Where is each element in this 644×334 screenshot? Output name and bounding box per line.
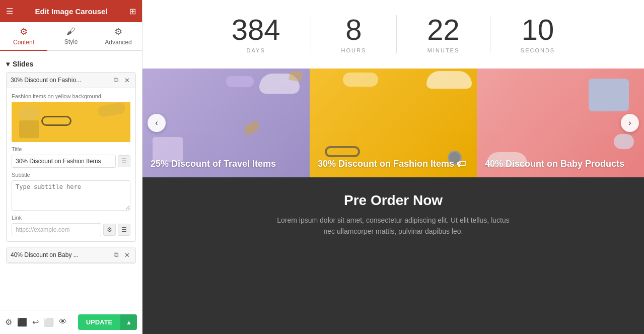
grid-icon[interactable]: ⊞ [129, 7, 136, 16]
countdown-minutes-label: MINUTES [427, 47, 460, 53]
countdown-section: 384 DAYS 8 HOURS 22 MINUTES 10 SECONDS [142, 0, 644, 69]
update-arrow-button[interactable]: ▲ [120, 314, 137, 330]
style-tab-label: Style [64, 38, 78, 45]
copy-icon[interactable]: ⬜ [44, 317, 54, 327]
panel-title: Edit Image Carousel [35, 7, 107, 16]
countdown-hours-value: 8 [345, 15, 362, 44]
slide-1-leaf [243, 120, 261, 135]
duplicate-slide-1-button[interactable]: ⧉ [112, 76, 120, 85]
carousel-section: ‹ 25% Discount of Travel Items 30% Disco… [142, 69, 644, 177]
update-button[interactable]: UPDATE [78, 314, 120, 330]
content-tab-icon: ⚙ [20, 26, 28, 37]
image-preview[interactable] [12, 102, 130, 142]
settings-icon[interactable]: ⚙ [5, 317, 12, 327]
countdown-days-label: DAYS [247, 47, 265, 53]
slide-card-1-actions: ⧉ ✕ [112, 76, 131, 85]
slide-1-shoe2 [226, 76, 254, 87]
layers-icon[interactable]: ⬛ [17, 317, 27, 327]
carousel-slide-2: 30% Discount on Fashion Items 🏷 [310, 69, 477, 177]
slides-label: Slides [13, 60, 33, 68]
countdown-seconds-label: SECONDS [521, 47, 555, 53]
panel-header: ☰ Edit Image Carousel ⊞ [0, 0, 142, 22]
countdown-hours: 8 HOURS [311, 15, 397, 53]
title-options-button[interactable]: ☰ [118, 155, 130, 167]
content-tab-label: Content [13, 39, 34, 46]
title-field-label: Title [12, 146, 130, 152]
slide-card-1: 30% Discount on Fashio... ⧉ ✕ Fashion it… [6, 72, 136, 242]
art-glasses [41, 116, 71, 126]
title-input-row: ☰ [12, 155, 130, 168]
update-btn-group: UPDATE ▲ [78, 314, 137, 330]
duplicate-slide-2-button[interactable]: ⧉ [112, 250, 120, 259]
title-input[interactable] [12, 155, 116, 168]
eye-icon[interactable]: 👁 [59, 317, 67, 327]
carousel-prev-button[interactable]: ‹ [148, 114, 166, 132]
slide-card-2-actions: ⧉ ✕ [112, 250, 131, 259]
slide-card-1-title: 30% Discount on Fashio... [11, 77, 112, 84]
carousel-next-button[interactable]: › [621, 114, 639, 132]
subtitle-label: Subtitle [12, 172, 130, 178]
right-content: 384 DAYS 8 HOURS 22 MINUTES 10 SECONDS ‹ [142, 0, 644, 334]
left-panel: ☰ Edit Image Carousel ⊞ ⚙ Content 🖌 Styl… [0, 0, 142, 334]
slide-2-glasses [325, 146, 360, 157]
slide-card-1-header: 30% Discount on Fashio... ⧉ ✕ [7, 73, 135, 88]
preorder-section: Pre Order Now Lorem ipsum dolor sit amet… [142, 177, 644, 334]
hamburger-icon[interactable]: ☰ [6, 7, 13, 16]
style-tab-icon: 🖌 [66, 26, 76, 37]
panel-bottom-bar: ⚙ ⬛ ↩ ⬜ 👁 UPDATE ▲ [0, 310, 142, 334]
slide-2-title: 30% Discount on Fashion Items 🏷 [318, 159, 466, 169]
slide-2-shoe2 [343, 73, 378, 87]
slide-card-2: 40% Discount on Baby ... ⧉ ✕ [6, 247, 136, 263]
slides-section-header: ▾ Slides [6, 56, 136, 72]
bottom-icons: ⚙ ⬛ ↩ ⬜ 👁 [5, 317, 67, 327]
tab-style[interactable]: 🖌 Style [47, 22, 95, 51]
countdown-seconds: 10 SECONDS [490, 15, 585, 53]
panel-tabs: ⚙ Content 🖌 Style ⚙ Advanced [0, 22, 142, 51]
slide-3-bag [589, 79, 629, 111]
countdown-minutes: 22 MINUTES [397, 15, 490, 53]
countdown-minutes-value: 22 [427, 15, 460, 44]
tab-content[interactable]: ⚙ Content [0, 22, 47, 51]
preorder-description: Lorem ipsum dolor sit amet, consectetur … [272, 215, 514, 237]
countdown-days: 384 DAYS [201, 15, 311, 53]
carousel-slide-1: 25% Discount of Travel Items [142, 69, 310, 177]
slide-card-1-body: Fashion items on yellow background Title… [7, 88, 135, 241]
slide-3-title: 40% Discount on Baby Products [485, 159, 624, 169]
panel-content: ▾ Slides 30% Discount on Fashio... ⧉ ✕ F… [0, 51, 142, 310]
link-settings-button[interactable]: ⚙ [103, 224, 116, 236]
art-circle-1 [18, 106, 40, 121]
tab-advanced[interactable]: ⚙ Advanced [95, 22, 142, 51]
preorder-title: Pre Order Now [344, 192, 443, 209]
slide-card-2-header: 40% Discount on Baby ... ⧉ ✕ [7, 247, 135, 263]
subtitle-input-row [12, 180, 130, 211]
remove-slide-2-button[interactable]: ✕ [123, 250, 131, 259]
image-label: Fashion items on yellow background [12, 93, 130, 99]
remove-slide-1-button[interactable]: ✕ [123, 76, 131, 85]
link-input[interactable] [12, 223, 101, 236]
slide-2-shoe [426, 71, 472, 89]
image-shapes [12, 102, 130, 142]
countdown-days-value: 384 [232, 15, 280, 44]
slide-card-2-title: 40% Discount on Baby ... [11, 251, 112, 258]
history-icon[interactable]: ↩ [32, 317, 39, 327]
subtitle-textarea[interactable] [12, 180, 130, 211]
carousel-slide-3: 40% Discount on Baby Products [477, 69, 644, 177]
slide-1-title: 25% Discount of Travel Items [151, 159, 276, 169]
art-shoe-1 [97, 102, 126, 117]
link-options-button[interactable]: ☰ [118, 224, 130, 236]
link-row: ⚙ ☰ [12, 223, 130, 236]
countdown-seconds-value: 10 [522, 15, 554, 44]
link-label: Link [12, 215, 130, 221]
art-bag [19, 120, 39, 138]
advanced-tab-label: Advanced [105, 39, 131, 46]
collapse-icon[interactable]: ▾ [6, 60, 10, 68]
advanced-tab-icon: ⚙ [114, 26, 122, 37]
countdown-hours-label: HOURS [341, 47, 367, 53]
slide-3-glasses [614, 134, 634, 149]
